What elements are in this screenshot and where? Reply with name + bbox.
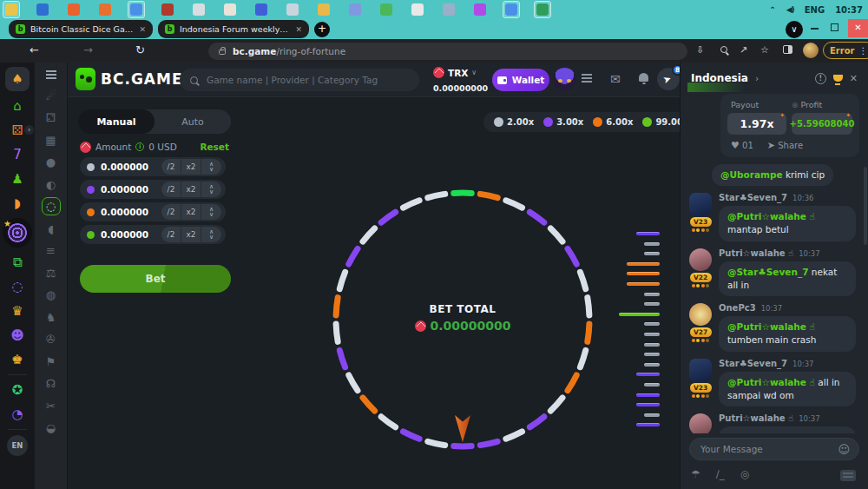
sidebar-item-party-masks[interactable]: ☻ [7, 326, 28, 345]
forward-button[interactable]: → [83, 43, 93, 56]
chevron-right-icon[interactable]: › [755, 73, 759, 84]
bet-button[interactable]: Bet [80, 265, 231, 293]
avatar[interactable] [689, 359, 712, 381]
window-minimize-button[interactable] [811, 28, 819, 30]
zoom-icon[interactable] [720, 46, 727, 53]
mention[interactable]: @Putri☆walahe ☝ [727, 377, 815, 387]
game-item-hilo-knight[interactable]: ♞ [42, 308, 61, 327]
bcgame-logo-icon[interactable] [76, 68, 95, 90]
stepper-down-icon[interactable]: ∨ [209, 235, 214, 240]
bet-amount-value[interactable]: 0.000000 [101, 184, 148, 195]
new-tab-button[interactable]: + [314, 22, 330, 37]
search-input[interactable] [205, 74, 409, 86]
bet-amount-value[interactable]: 0.000000 [101, 162, 148, 172]
photos-app-taskbar-icon[interactable] [36, 3, 49, 16]
amount-stepper[interactable]: ∧∨ [201, 227, 221, 242]
window-maximize-button[interactable] [831, 23, 838, 31]
stepper-down-icon[interactable]: ∨ [209, 167, 214, 172]
amount-stepper[interactable]: ∧∨ [201, 182, 221, 197]
reload-button[interactable]: ↻ [135, 43, 145, 56]
chrome-taskbar-icon[interactable] [130, 3, 142, 16]
chat-region[interactable]: Indonesia [691, 72, 748, 84]
tray-expand-icon[interactable]: ⌃ [769, 5, 776, 14]
pidgin-taskbar-icon[interactable] [349, 3, 361, 16]
game-app-taskbar-icon[interactable] [380, 3, 392, 16]
image-editor-taskbar-icon[interactable] [255, 3, 267, 16]
paint-app-taskbar-icon[interactable] [224, 3, 236, 16]
game-item-saturn-ufo[interactable]: ◐ [42, 175, 61, 194]
photo-viewer-taskbar-icon[interactable] [443, 3, 455, 16]
chrome-window-taskbar-icon[interactable] [505, 3, 517, 16]
game-item-wheel-reel[interactable]: ✇ [42, 330, 61, 348]
message-input[interactable] [699, 443, 838, 455]
sidebar-item-fortune-wheel[interactable]: ◌ [7, 277, 28, 296]
file-explorer-taskbar-icon[interactable] [5, 3, 17, 16]
firefox-taskbar-icon[interactable] [99, 3, 111, 16]
chevron-right-icon[interactable]: › [24, 125, 34, 135]
avatar[interactable] [689, 193, 712, 215]
bet-amount-value[interactable]: 0.000000 [101, 229, 148, 240]
double-button[interactable]: x2 [181, 204, 201, 220]
half-button[interactable]: /2 [161, 227, 181, 242]
mention[interactable]: @Putri☆walahe ☝ [727, 321, 815, 332]
browser-profile-avatar[interactable] [803, 43, 819, 58]
flower-app-taskbar-icon[interactable] [411, 3, 424, 16]
game-item-coins-stack[interactable]: ≡ [42, 241, 61, 260]
bcgame-logo-text[interactable]: BC.GAME [101, 70, 183, 88]
excel-taskbar-icon[interactable] [536, 3, 549, 16]
currency-selector[interactable]: TRX ∨ 0.00000000 [433, 67, 494, 95]
browser-tab[interactable]: bIndonesia Forum weekly Challeng✕ [158, 20, 309, 38]
wallet-button[interactable]: Wallet [492, 69, 549, 91]
chat-scrollbar[interactable] [864, 167, 867, 245]
back-button[interactable]: ← [30, 43, 39, 56]
username[interactable]: Star♣Seven_7 [719, 193, 787, 202]
brand-spade-icon[interactable]: ♠ [5, 67, 30, 91]
sidebar-item-language-en[interactable]: EN [7, 435, 28, 456]
sidebar-item-recent-clock[interactable]: ◔ [7, 405, 28, 424]
sidebar-item-casino-dice[interactable]: ⚄› [7, 121, 28, 140]
mention[interactable]: @Putri☆walahe ☝ [727, 211, 815, 221]
game-item-misc-game[interactable]: ◒ [42, 419, 61, 437]
tab-close-icon[interactable]: ✕ [295, 25, 302, 34]
sidebar-item-home[interactable]: ⌂ [7, 96, 28, 116]
game-item-crash-comet[interactable]: ☄ [42, 87, 61, 105]
hamburger-menu-icon[interactable] [46, 74, 56, 76]
double-button[interactable]: x2 [181, 227, 201, 242]
game-item-balance-scale[interactable]: ⚖ [42, 264, 61, 282]
menu-list-icon[interactable] [582, 74, 592, 83]
game-item-scissors-game[interactable]: ✂ [42, 397, 61, 415]
emoji-icon[interactable]: ☺ [838, 443, 850, 456]
keyboard-language[interactable]: ENG [805, 5, 825, 15]
tab-search-chevron[interactable]: ∨ [786, 21, 803, 38]
media-player-taskbar-icon[interactable] [68, 3, 80, 16]
username[interactable]: Star♣Seven_7 [719, 359, 787, 368]
trophy-icon[interactable] [833, 75, 843, 82]
book-app-taskbar-icon[interactable] [161, 3, 174, 16]
message-input-wrap[interactable]: ☺ [689, 438, 859, 460]
notifications-bell-icon[interactable] [639, 73, 648, 82]
bookmark-star-icon[interactable]: ☆ [760, 44, 769, 56]
tab-close-icon[interactable]: ✕ [139, 25, 146, 34]
gif-icon[interactable]: ◎ [740, 468, 749, 480]
sidebar-item-leaderboard[interactable]: ♚ [7, 350, 28, 369]
mention[interactable]: @Uborampe [720, 169, 783, 180]
share-icon[interactable]: ↗ [740, 44, 747, 56]
media-x-taskbar-icon[interactable] [474, 3, 486, 16]
install-icon[interactable]: ⇩ [696, 44, 704, 56]
share-button[interactable]: ➤ Share [767, 140, 803, 151]
side-panel-icon[interactable] [783, 45, 792, 54]
card-keyboard-icon[interactable] [840, 470, 856, 481]
game-item-headset-game[interactable]: ☊ [42, 374, 61, 393]
game-item-tower-flag[interactable]: ⚑ [42, 353, 61, 371]
search-tool-taskbar-icon[interactable] [286, 3, 299, 16]
chat-rules-icon[interactable]: ! [815, 73, 826, 84]
double-button[interactable]: x2 [181, 182, 201, 197]
browser-menu-error[interactable]: Error ⋮ [823, 42, 868, 59]
game-item-mines-bomb[interactable]: ● [42, 153, 61, 171]
game-item-keno-ball[interactable]: ◍ [42, 286, 61, 304]
game-item-plinko-box[interactable]: ▦ [42, 131, 61, 149]
username[interactable]: OnePc3 [719, 303, 756, 313]
avatar[interactable] [689, 248, 712, 271]
half-button[interactable]: /2 [161, 159, 181, 175]
sidebar-item-slots-7[interactable]: 7 [7, 145, 28, 164]
